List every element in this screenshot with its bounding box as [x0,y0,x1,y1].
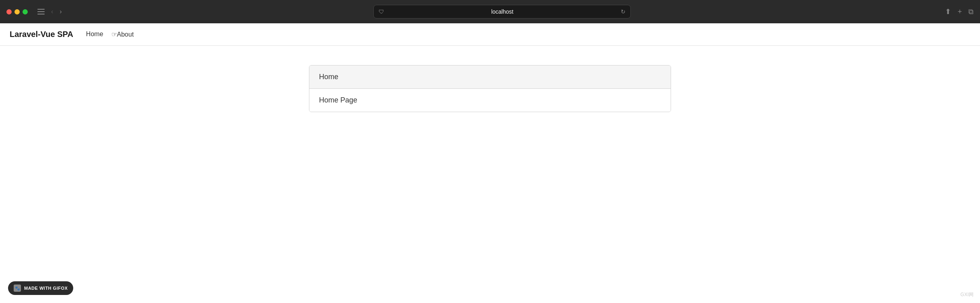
address-text: localhost [387,8,618,15]
gifox-badge: 🐾 MADE WITH GIFOX [8,281,73,295]
minimize-button[interactable] [14,9,20,14]
fullscreen-button[interactable] [23,9,28,14]
forward-button[interactable]: › [58,6,63,17]
browser-nav-arrows: ‹ › [49,6,64,17]
card-body: Home Page [309,89,671,112]
address-bar-container: 🛡 localhost ↻ [68,5,936,18]
shield-icon: 🛡 [379,8,384,15]
app-title: Laravel-Vue SPA [10,30,73,39]
traffic-lights [6,9,28,14]
reload-button[interactable]: ↻ [621,8,626,15]
browser-chrome: ‹ › 🛡 localhost ↻ ⬆ + ⧉ [0,0,980,23]
watermark-text: GXI网 [960,291,974,298]
nav-home-link[interactable]: Home [86,31,103,38]
app-nav: Laravel-Vue SPA Home ☞About [0,23,980,46]
watermark: GXI网 [960,291,974,298]
card-header: Home [309,66,671,89]
hand-cursor-icon: ☞ [111,31,117,38]
nav-links: Home ☞About [86,31,134,38]
new-tab-button[interactable]: + [957,8,962,16]
nav-about-link[interactable]: ☞About [113,31,134,38]
browser-actions: ⬆ + ⧉ [945,7,974,16]
back-button[interactable]: ‹ [49,6,55,17]
share-button[interactable]: ⬆ [945,7,951,16]
gifox-icon: 🐾 [14,285,21,292]
tab-overview-button[interactable]: ⧉ [968,8,974,16]
sidebar-toggle-icon[interactable] [37,9,45,14]
close-button[interactable] [6,9,12,14]
home-card: Home Home Page [309,65,671,112]
address-bar[interactable]: 🛡 localhost ↻ [373,5,631,18]
gifox-label: MADE WITH GIFOX [24,286,68,291]
main-content: Home Home Page [0,46,980,131]
